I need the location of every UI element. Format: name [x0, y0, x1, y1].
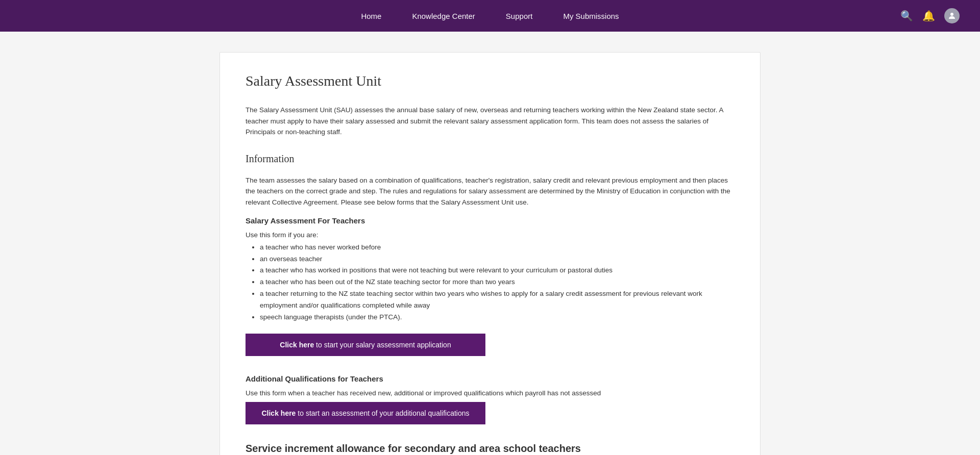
svg-point-0: [950, 13, 953, 16]
list-item: a teacher who has been out of the NZ sta…: [260, 276, 734, 288]
salary-assessment-cta-button[interactable]: Click here to start your salary assessme…: [246, 334, 485, 356]
cta-button-bold: Click here: [280, 341, 314, 349]
main-content: Salary Assessment Unit The Salary Assess…: [0, 32, 980, 455]
additional-qualifications-heading: Additional Qualifications for Teachers: [246, 374, 734, 383]
nav-support[interactable]: Support: [506, 12, 533, 20]
use-form-text: Use this form if you are:: [246, 231, 734, 239]
salary-assessment-heading: Salary Assessment For Teachers: [246, 216, 734, 225]
information-heading: Information: [246, 153, 734, 165]
information-body: The team assesses the salary based on a …: [246, 175, 734, 208]
bell-icon[interactable]: 🔔: [922, 10, 935, 22]
nav-home[interactable]: Home: [361, 12, 381, 20]
content-box: Salary Assessment Unit The Salary Assess…: [219, 52, 761, 455]
page-title: Salary Assessment Unit: [246, 73, 734, 89]
cta-button-normal: to start your salary assessment applicat…: [314, 341, 451, 349]
cta-button2-normal: to start an assessment of your additiona…: [296, 409, 469, 417]
additional-qualifications-description: Use this form when a teacher has receive…: [246, 389, 734, 397]
intro-text: The Salary Assessment Unit (SAU) assesse…: [246, 105, 734, 138]
additional-qualifications-cta-button[interactable]: Click here to start an assessment of you…: [246, 402, 485, 424]
header: Home Knowledge Center Support My Submiss…: [0, 0, 980, 32]
list-item: a teacher who has worked in positions th…: [260, 265, 734, 276]
list-item: a teacher returning to the NZ state teac…: [260, 288, 734, 312]
cta-button2-bold: Click here: [261, 409, 296, 417]
nav-knowledge-center[interactable]: Knowledge Center: [412, 12, 475, 20]
list-item: an overseas teacher: [260, 254, 734, 265]
additional-qualifications-section: Additional Qualifications for Teachers U…: [246, 374, 734, 397]
list-item: speech language therapists (under the PT…: [260, 312, 734, 323]
header-icons: 🔍 🔔: [900, 8, 960, 23]
list-item: a teacher who has never worked before: [260, 242, 734, 254]
salary-assessment-list: a teacher who has never worked before an…: [260, 242, 734, 324]
main-nav: Home Knowledge Center Support My Submiss…: [361, 12, 619, 20]
nav-my-submissions[interactable]: My Submissions: [563, 12, 619, 20]
service-increment-heading: Service increment allowance for secondar…: [246, 443, 734, 454]
search-icon[interactable]: 🔍: [900, 10, 913, 22]
user-avatar[interactable]: [944, 8, 960, 23]
service-increment-section: Service increment allowance for secondar…: [246, 443, 734, 455]
additional-desc-text: Use this form when a teacher has receive…: [246, 389, 601, 397]
